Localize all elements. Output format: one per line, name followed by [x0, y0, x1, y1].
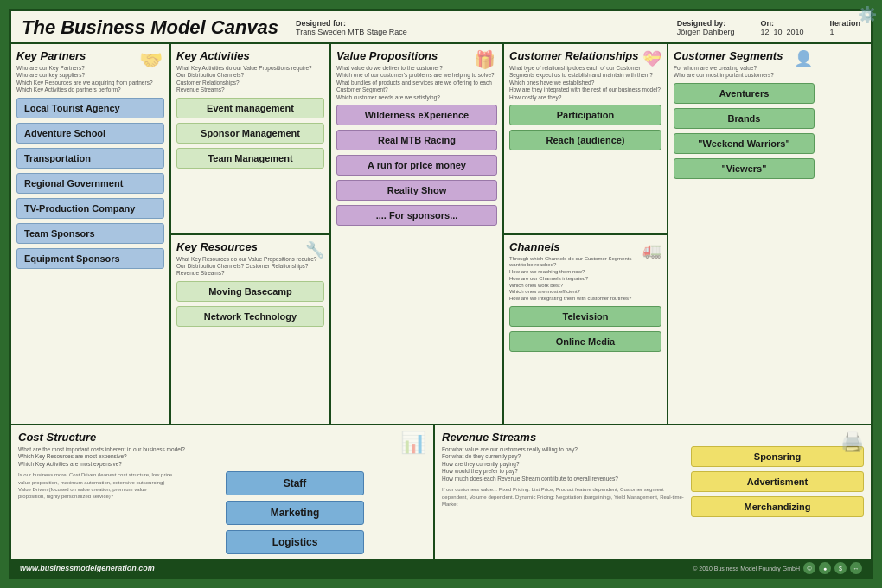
- channels-desc: Through which Channels do our Customer S…: [509, 256, 662, 304]
- footer-url: www.businessmodelgeneration.com: [20, 564, 155, 572]
- value-props-items: Wilderness eXperience Real MTB Racing A …: [336, 105, 497, 230]
- list-item[interactable]: Transportation: [16, 148, 164, 169]
- cr-channels-column: Customer Relationships 💝 What type of re…: [504, 44, 668, 424]
- list-item[interactable]: Team Management: [176, 148, 324, 169]
- list-item[interactable]: Equipment Sponsors: [16, 248, 164, 269]
- designed-for-block: Designed for: Trans Sweden MTB Stage Rac…: [296, 19, 407, 36]
- key-activities-items: Event management Sponsor Management Team…: [176, 98, 324, 169]
- channels-section: Channels 🚛 Through which Channels do our…: [504, 235, 667, 425]
- list-item[interactable]: Network Technology: [176, 306, 324, 327]
- list-item[interactable]: Regional Government: [16, 173, 164, 194]
- value-propositions-section: Value Propositions 🎁 What value do we de…: [331, 44, 504, 424]
- cost-structure-section: Cost Structure 📊 What are the most impor…: [11, 425, 435, 559]
- list-item[interactable]: Reach (audience): [509, 130, 662, 150]
- revenue-streams-title: Revenue Streams: [442, 431, 864, 444]
- list-item[interactable]: Real MTB Racing: [336, 130, 497, 150]
- canvas-bottom-row: Cost Structure 📊 What are the most impor…: [11, 425, 871, 559]
- designed-by-value: Jörgen Dahlberg: [677, 28, 735, 36]
- list-item[interactable]: Reality Show: [336, 180, 497, 201]
- key-resources-title: Key Resources: [176, 240, 324, 253]
- people-icon: 👤: [794, 49, 813, 68]
- cost-structure-desc: What are the most important costs inhere…: [18, 446, 426, 468]
- cs-items: Aventurers Brands "Weekend Warriors" "Vi…: [674, 83, 815, 183]
- cost-structure-title: Cost Structure: [18, 431, 426, 444]
- key-activities-title: Key Activities: [176, 49, 324, 62]
- list-item[interactable]: Local Tourist Agency: [16, 98, 164, 118]
- list-item[interactable]: .... For sponsors...: [336, 205, 497, 226]
- key-resources-desc: What Key Resources do our Value Proposit…: [176, 256, 324, 278]
- license-icon-3: ↔: [850, 562, 862, 574]
- list-item[interactable]: Aventurers: [674, 83, 815, 104]
- list-item[interactable]: Event management: [176, 98, 324, 118]
- list-item[interactable]: Adventure School: [16, 123, 164, 144]
- footer-icons: © 2010 Business Model Foundry GmbH © ● $…: [693, 562, 862, 574]
- cost-small-text: Is our business more: Cost Driven (leane…: [18, 471, 174, 559]
- iteration-label: Iteration: [829, 19, 860, 28]
- cost-structure-items: Staff Marketing Logistics: [226, 471, 364, 559]
- key-resources-section: Key Resources 🔧 What Key Resources do ou…: [171, 235, 329, 425]
- list-item[interactable]: Participation: [509, 105, 662, 125]
- revenue-streams-items: Sponsring Advertisment Merchandizing: [691, 446, 864, 521]
- list-item[interactable]: Brands: [674, 108, 815, 129]
- channels-title: Channels: [509, 240, 662, 253]
- list-item[interactable]: "Viewers": [674, 158, 815, 179]
- canvas-container: The Business Model Canvas Designed for: …: [9, 9, 873, 579]
- date-value: 12 10 2010: [760, 28, 803, 36]
- list-item[interactable]: Online Media: [509, 331, 662, 352]
- designed-for-value: Trans Sweden MTB Stage Race: [296, 28, 407, 36]
- date-block: On: 12 10 2010: [760, 19, 803, 36]
- tools-icon: 🔧: [305, 240, 324, 259]
- cr-title: Customer Relationships: [509, 49, 662, 62]
- designed-by-block: Designed by: Jörgen Dahlberg: [677, 19, 735, 36]
- list-item[interactable]: A run for price money: [336, 155, 497, 176]
- key-activities-desc: What Key Activities do our Value Proposi…: [176, 65, 324, 94]
- revenue-streams-section: Revenue Streams 🖨️ For what value are ou…: [435, 425, 871, 559]
- footer: www.businessmodelgeneration.com © 2010 B…: [11, 559, 871, 577]
- key-activities-section: Key Activities ⚙️ What Key Activities do…: [171, 44, 329, 235]
- key-partners-items: Local Tourist Agency Adventure School Tr…: [16, 98, 164, 273]
- customer-segments-section: Customer Segments 👤 For whom are we crea…: [668, 44, 820, 424]
- list-item[interactable]: Wilderness eXperience: [336, 105, 497, 125]
- creative-commons-icon: ©: [803, 562, 815, 574]
- cr-items: Participation Reach (audience): [509, 105, 662, 150]
- list-item[interactable]: Logistics: [226, 530, 364, 554]
- license-icon-1: ●: [819, 562, 831, 574]
- header-right: Designed by: Jörgen Dahlberg On: 12 10 2…: [677, 19, 860, 36]
- revenue-top: For what value are our customers really …: [442, 446, 864, 521]
- truck-icon: 🚛: [642, 240, 662, 259]
- list-item[interactable]: Advertisment: [691, 471, 864, 492]
- list-item[interactable]: Moving Basecamp: [176, 281, 324, 302]
- activities-resources-column: Key Activities ⚙️ What Key Activities do…: [171, 44, 331, 424]
- list-item[interactable]: Team Sponsors: [16, 223, 164, 244]
- list-item[interactable]: Merchandizing: [691, 496, 864, 517]
- list-item[interactable]: Sponsor Management: [176, 123, 324, 144]
- value-props-desc: What value do we deliver to the customer…: [336, 65, 497, 101]
- list-item[interactable]: TV-Production Company: [16, 198, 164, 219]
- cash-icon: 🖨️: [840, 431, 864, 453]
- designed-by-label: Designed by:: [677, 19, 735, 28]
- header: The Business Model Canvas Designed for: …: [11, 11, 871, 44]
- heart-icon: 💝: [642, 49, 662, 68]
- list-item[interactable]: Marketing: [226, 501, 364, 525]
- list-item[interactable]: Television: [509, 306, 662, 327]
- list-item[interactable]: Staff: [226, 471, 364, 495]
- customer-relationships-section: Customer Relationships 💝 What type of re…: [504, 44, 667, 235]
- canvas-body: Key Partners 🤝 Who are our Key Partners?…: [11, 44, 871, 559]
- key-resources-items: Moving Basecamp Network Technology: [176, 281, 324, 327]
- canvas-top-row: Key Partners 🤝 Who are our Key Partners?…: [11, 44, 871, 425]
- license-icon-2: $: [834, 562, 847, 574]
- revenue-desc: For what value are our customers really …: [442, 446, 684, 521]
- footer-copyright: © 2010 Business Model Foundry GmbH: [693, 566, 800, 572]
- key-partners-section: Key Partners 🤝 Who are our Key Partners?…: [11, 44, 171, 424]
- list-item[interactable]: Sponsring: [691, 446, 864, 467]
- main-title: The Business Model Canvas: [22, 16, 278, 39]
- iteration-value: 1: [829, 28, 860, 36]
- cost-structure-content: Is our business more: Cost Driven (leane…: [18, 471, 426, 559]
- channels-items: Television Online Media: [509, 306, 662, 352]
- cr-desc: What type of relationship does each of o…: [509, 65, 662, 101]
- date-label: On:: [760, 19, 803, 28]
- list-item[interactable]: "Weekend Warriors": [674, 133, 815, 154]
- handshake-icon: 🤝: [139, 49, 163, 72]
- calculator-icon: 📊: [400, 431, 426, 455]
- gift-icon: 🎁: [474, 49, 495, 70]
